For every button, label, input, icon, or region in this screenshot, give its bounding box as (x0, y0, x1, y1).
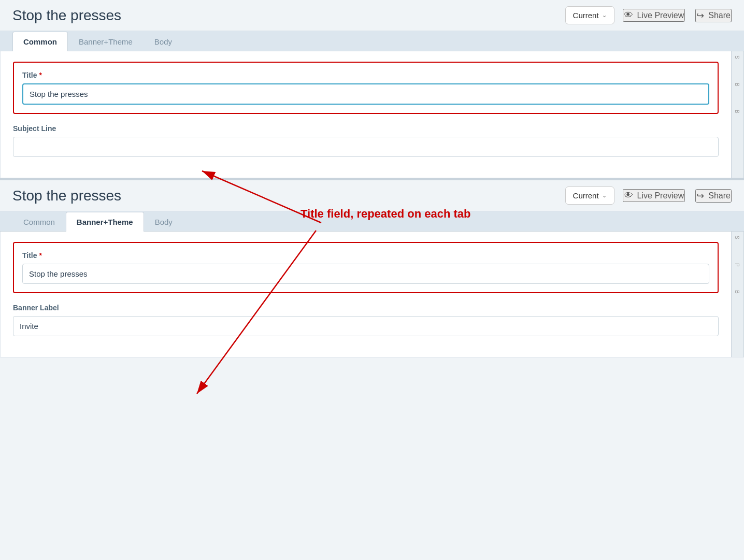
bottom-tab-common[interactable]: Common (12, 212, 66, 232)
top-right-sidebar: S B B (732, 51, 744, 178)
bottom-current-dropdown[interactable]: Current ⌄ (565, 186, 614, 205)
bottom-right-sidebar: S P B (732, 232, 744, 357)
top-content: Title * Subject Line S (0, 51, 744, 178)
top-tab-body[interactable]: Body (144, 32, 183, 51)
bottom-title-required-star: * (39, 251, 42, 260)
top-subject-field-group: Subject Line (13, 124, 719, 157)
bottom-header-bar: Stop the presses Current ⌄ 👁 Live Previe… (0, 180, 744, 211)
bottom-title-input[interactable] (22, 264, 709, 284)
top-share-btn[interactable]: ↪ Share (695, 9, 732, 22)
bottom-tab-bar: Common Banner+Theme Body (0, 211, 744, 232)
bottom-title-field-group: Title * (22, 251, 709, 284)
top-title-annotation-box: Title * (13, 62, 719, 114)
top-live-preview-label: Live Preview (637, 11, 684, 20)
bottom-tab-body[interactable]: Body (144, 212, 183, 232)
bottom-share-btn[interactable]: ↪ Share (695, 189, 732, 203)
bottom-banner-label-label: Banner Label (13, 304, 719, 312)
top-subject-label: Subject Line (13, 124, 719, 133)
share-icon-2: ↪ (696, 190, 704, 202)
top-page-title: Stop the presses (12, 7, 557, 24)
top-title-field-group: Title * (22, 71, 709, 105)
top-title-required-star: * (39, 71, 42, 79)
top-tab-common[interactable]: Common (12, 32, 68, 51)
top-share-label: Share (708, 11, 731, 20)
bottom-content: Title * Banner Label S (0, 232, 744, 357)
bottom-title-label: Title * (22, 251, 709, 260)
bottom-live-preview-btn[interactable]: 👁 Live Preview (623, 189, 685, 202)
bottom-tab-banner-theme[interactable]: Banner+Theme (66, 212, 144, 232)
bottom-banner-label-input[interactable] (13, 316, 719, 336)
top-current-label: Current (573, 11, 599, 20)
top-header-actions: 👁 Live Preview ↪ Share (623, 9, 732, 22)
top-tab-banner-theme[interactable]: Banner+Theme (68, 32, 144, 51)
top-tab-bar: Common Banner+Theme Body (0, 31, 744, 51)
bottom-share-label: Share (708, 191, 731, 200)
bottom-title-annotation-box: Title * (13, 242, 719, 293)
top-header-bar: Stop the presses Current ⌄ 👁 Live Previe… (0, 0, 744, 31)
eye-icon: 👁 (624, 10, 633, 21)
top-panel: Stop the presses Current ⌄ 👁 Live Previe… (0, 0, 744, 178)
bottom-current-label: Current (573, 191, 599, 200)
top-title-input[interactable] (22, 83, 709, 105)
top-live-preview-btn[interactable]: 👁 Live Preview (623, 9, 685, 22)
top-subject-input[interactable] (13, 137, 719, 157)
share-icon: ↪ (696, 10, 704, 21)
chevron-down-icon: ⌄ (602, 12, 607, 19)
eye-icon-2: 👁 (624, 190, 633, 201)
top-current-dropdown[interactable]: Current ⌄ (565, 6, 614, 24)
chevron-down-icon-2: ⌄ (602, 192, 607, 199)
top-title-label: Title * (22, 71, 709, 79)
bottom-page-title: Stop the presses (12, 188, 557, 204)
bottom-banner-label-field-group: Banner Label (13, 304, 719, 336)
bottom-live-preview-label: Live Preview (637, 191, 684, 200)
bottom-header-actions: 👁 Live Preview ↪ Share (623, 189, 732, 203)
bottom-panel: Stop the presses Current ⌄ 👁 Live Previe… (0, 178, 744, 357)
